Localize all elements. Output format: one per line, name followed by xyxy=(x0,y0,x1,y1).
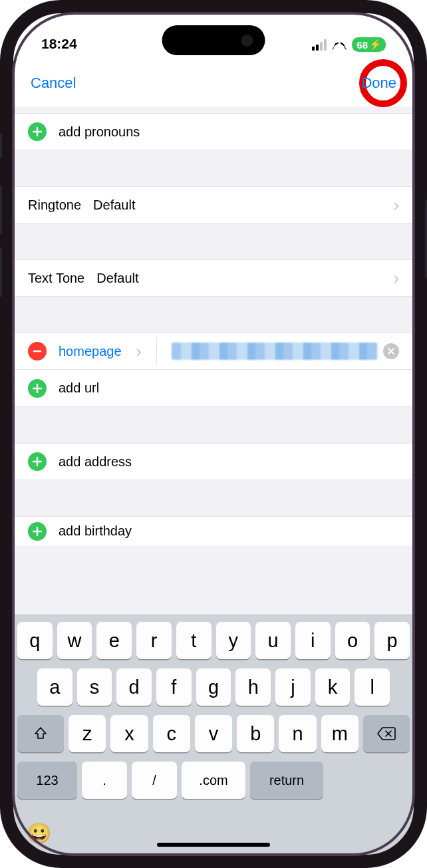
add-icon xyxy=(28,122,47,141)
key-z[interactable]: z xyxy=(69,715,106,752)
wifi-icon xyxy=(332,39,347,50)
add-address-row[interactable]: add address xyxy=(13,443,414,480)
divider xyxy=(156,337,157,365)
status-indicators: 68⚡ xyxy=(312,37,386,52)
clear-text-button[interactable] xyxy=(383,343,399,359)
ringtone-row[interactable]: Ringtone Default › xyxy=(13,186,414,223)
home-indicator[interactable] xyxy=(157,843,270,847)
key-p[interactable]: p xyxy=(374,622,410,659)
period-key[interactable]: . xyxy=(82,762,127,799)
keyboard: qwertyuiop asdfghjkl zxcvbnm 123 . / .co… xyxy=(13,615,414,855)
numbers-key[interactable]: 123 xyxy=(17,762,77,799)
key-o[interactable]: o xyxy=(335,622,370,659)
key-u[interactable]: u xyxy=(255,622,291,659)
remove-icon[interactable] xyxy=(28,342,47,361)
key-q[interactable]: q xyxy=(17,622,53,659)
url-type-selector[interactable]: homepage xyxy=(59,344,122,359)
cellular-icon xyxy=(312,39,327,51)
row-label: Text Tone xyxy=(28,271,84,286)
key-g[interactable]: g xyxy=(196,668,231,706)
add-icon xyxy=(28,452,47,471)
key-d[interactable]: d xyxy=(116,668,152,706)
cancel-button[interactable]: Cancel xyxy=(31,74,76,92)
emoji-key[interactable]: 😀 xyxy=(27,821,51,845)
backspace-key[interactable] xyxy=(363,715,410,752)
key-c[interactable]: c xyxy=(153,715,190,752)
homepage-url-row[interactable]: homepage › xyxy=(13,333,414,370)
key-v[interactable]: v xyxy=(195,715,232,752)
key-l[interactable]: l xyxy=(355,668,390,706)
key-s[interactable]: s xyxy=(77,668,112,706)
add-pronouns-row[interactable]: add pronouns xyxy=(13,113,414,150)
key-i[interactable]: i xyxy=(295,622,331,659)
nav-bar: Cancel Done xyxy=(13,60,414,106)
done-button[interactable]: Done xyxy=(361,74,396,92)
key-a[interactable]: a xyxy=(37,668,72,706)
add-url-row[interactable]: add url xyxy=(13,370,414,407)
add-icon xyxy=(28,522,47,541)
key-b[interactable]: b xyxy=(237,715,274,752)
status-time: 18:24 xyxy=(41,36,77,52)
row-label: add address xyxy=(59,454,132,470)
url-input[interactable] xyxy=(172,343,378,360)
slash-key[interactable]: / xyxy=(132,762,177,799)
key-n[interactable]: n xyxy=(279,715,316,752)
key-h[interactable]: h xyxy=(235,668,271,706)
key-t[interactable]: t xyxy=(176,622,212,659)
key-f[interactable]: f xyxy=(156,668,192,706)
key-w[interactable]: w xyxy=(57,622,92,659)
dotcom-key[interactable]: .com xyxy=(182,762,245,799)
chevron-right-icon: › xyxy=(394,270,399,287)
key-x[interactable]: x xyxy=(110,715,148,752)
row-value: Default xyxy=(96,271,138,286)
key-m[interactable]: m xyxy=(321,715,358,752)
key-e[interactable]: e xyxy=(96,622,132,659)
row-label: Ringtone xyxy=(28,198,81,213)
return-key[interactable]: return xyxy=(250,762,323,799)
add-birthday-row[interactable]: add birthday xyxy=(13,516,414,545)
row-label: add birthday xyxy=(59,523,132,539)
key-r[interactable]: r xyxy=(136,622,172,659)
chevron-right-icon: › xyxy=(394,197,399,214)
text-tone-row[interactable]: Text Tone Default › xyxy=(13,259,414,297)
battery-indicator: 68⚡ xyxy=(352,37,386,52)
row-value: Default xyxy=(93,198,135,213)
add-icon xyxy=(28,379,47,398)
key-y[interactable]: y xyxy=(216,622,251,659)
key-k[interactable]: k xyxy=(315,668,351,706)
key-j[interactable]: j xyxy=(275,668,311,706)
shift-key[interactable] xyxy=(17,715,64,752)
row-label: add pronouns xyxy=(59,124,140,140)
row-label: add url xyxy=(59,380,99,396)
chevron-right-icon: › xyxy=(136,343,142,360)
